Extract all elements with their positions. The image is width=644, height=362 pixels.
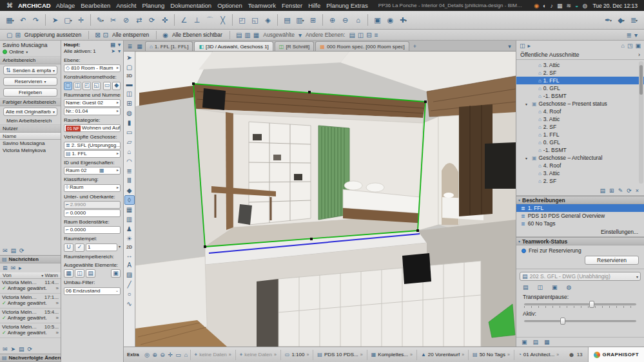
all-layers-visible-label[interactable]: Alle Ebenen sichtbar [171,32,224,38]
tool-roof[interactable]: ⌂ [124,147,135,157]
section-tracked-changes[interactable]: ▤ Nachverfolgte Änderungen [0,354,61,362]
description-row[interactable]: ≣ 60 No Tags [516,220,644,227]
send-receive-dropdown[interactable]: ⇅ Senden & empfang... ▾ [3,66,57,75]
online-status-label[interactable]: Online [9,49,24,55]
pick-reference-icon[interactable]: ◍ [567,284,572,291]
message-item[interactable]: Victoria Melnykova 11:4... ✓ Anfrage gew… [0,279,61,294]
other-layer-icon-2[interactable]: ◫ [358,32,364,39]
stamp-font-button[interactable]: U [64,243,73,252]
layer-icon-1[interactable]: ▤ [236,32,242,39]
toolbar-icon[interactable] [174,14,175,26]
message-list-icon[interactable]: ▤ [19,346,24,352]
zoom-out-icon[interactable]: ⊖ [339,14,351,26]
layer-icon-2[interactable]: ▥ [244,32,250,39]
tool-line[interactable]: ╱ [124,280,135,289]
rotate-icon[interactable]: ⟳ [146,14,158,26]
toolbar-options-icon[interactable]: ▾ [634,32,638,39]
toolbar-icon[interactable] [45,14,46,26]
expand-message-icon[interactable]: » [56,330,59,336]
menu-item[interactable]: Optionen [217,2,242,9]
chevron-down-icon[interactable]: ▾ [118,42,121,48]
trace-reference-dropdown[interactable]: ▤ 202 S. GFL - DWG (Unabhängig) ▾ [520,272,641,281]
tool-object[interactable]: ♟ [124,224,135,234]
menu-item[interactable]: Fenster [282,2,302,9]
visibility-eye-icon[interactable]: ◉ [162,32,168,39]
stamp-check-button[interactable]: ✓ [75,243,84,252]
redo-icon[interactable]: ↷ [30,14,42,26]
other-layer-icon-3[interactable]: ⊟ [366,32,371,39]
viewport-3d[interactable] [135,52,516,347]
align-bottom-icon[interactable]: ◱ [249,14,261,26]
tree-item[interactable]: ⌂ 0. GFL [516,138,644,146]
app-menu-name[interactable]: ARCHICAD [18,2,51,9]
tool-railing[interactable]: Ⅲ [124,176,135,186]
intersect-icon[interactable]: ╳ [217,14,229,26]
tab-list-icon[interactable]: ≣ [126,43,134,51]
quick-option[interactable]: ▤ 50 No Tags » [468,350,514,360]
tool-stair[interactable]: ≣ [124,166,135,176]
refresh-view-icon[interactable]: ⟳ [627,187,632,194]
my-workspace-row[interactable]: Mein Arbeitsbereich [0,117,61,124]
online-users-count[interactable]: ☻ 13 [563,351,587,358]
tool-marquee[interactable]: ▢ [124,62,135,72]
menu-item[interactable]: Ablage [56,2,75,9]
tool-curtain-wall[interactable]: ▥ [124,214,135,224]
menu-item[interactable]: Planung Extras [326,2,367,9]
toolbox-group-3d[interactable]: 3D [124,72,135,79]
expand-panel-icon[interactable]: ▸ [528,43,531,49]
apple-menu-icon[interactable]: ⌘ [6,2,13,9]
orbit-icon[interactable]: ◎ [143,352,151,358]
project-map-icon[interactable]: ⌂ [621,43,625,49]
section-descriptions[interactable]: ▾ Beschreibungen [516,196,644,204]
tool-window[interactable]: ⊞ [124,99,135,108]
room-name-field[interactable]: Name: Guest 02 ▸ [64,99,121,107]
tool-skylight[interactable]: ◍ [124,108,135,118]
chevron-right-icon[interactable]: › [638,52,640,58]
cut-icon[interactable]: ✂ [107,14,119,26]
expand-message-icon[interactable]: » [56,315,59,321]
unlock-all-label[interactable]: Alle entsperren [111,32,150,38]
tree-item[interactable]: ⌂ 4. Roof [516,162,644,169]
toolbar-icon[interactable] [367,14,368,26]
tree-item[interactable]: ⌂ 2. SF [516,177,644,185]
transparency-slider[interactable] [524,301,636,308]
layer-dropdown[interactable]: ◇ 810 Room - Raum ▸ [64,64,121,72]
wifi-icon[interactable]: ≋ [567,3,572,9]
display-icon[interactable]: ◐ [543,3,546,9]
reserve-element-button[interactable]: Reservieren [585,256,639,265]
tree-item[interactable]: ⌂ 1. FFL [516,131,644,138]
ungroup-icon[interactable]: ⊞ [15,32,20,39]
tree-item[interactable]: ⌂ -1. BSMT [516,146,644,154]
palette-icon[interactable]: ▤ [110,42,115,48]
tree-item[interactable]: ⌂ 4. Roof [516,108,644,115]
delete-view-icon[interactable]: × [636,187,639,194]
zoom-in-icon[interactable]: ⊕ [151,352,159,358]
toolbar-icon[interactable] [410,20,601,21]
tab-grid-icon[interactable]: ▦ [135,43,144,51]
filter-messages-icon[interactable]: ▸ [19,265,22,271]
menu-item[interactable]: Dokumentation [170,2,211,9]
spotlight-icon[interactable]: ◍ [583,3,588,9]
toolbar-icon[interactable] [277,14,278,26]
selected-label[interactable]: Ausgewählte [262,32,296,38]
message-item[interactable]: Victoria Melnykova 10:5... ✓ Anfrage gew… [0,323,61,338]
section-colored-workspace[interactable]: Farbiger Arbeitsbereich [0,98,61,106]
tree-item[interactable]: ⌂ 3. Attic [516,169,644,177]
release-button[interactable]: Freigeben [3,88,57,97]
workspace-color-dropdown[interactable]: Alle mit Originalfarbe ▾ [3,108,57,116]
angle-icon[interactable]: ∠ [178,14,190,26]
expand-message-icon[interactable]: » [56,300,59,306]
tool-mesh[interactable]: ▦ [124,205,135,214]
sound-icon[interactable]: ♪ [551,3,554,9]
bottom-elevation-field[interactable]: ⌐ 0.0000 [64,209,121,217]
quick-option[interactable]: ◔ 01 Architect... » [514,350,563,360]
section-workspace[interactable]: Arbeitsbereich [0,56,61,64]
marquee-tool-icon[interactable]: ▢▾ [62,14,74,26]
method-rotated-icon[interactable]: ◰ [83,82,91,90]
users-column-header[interactable]: Name [0,133,61,140]
quick-option[interactable]: ▤ PDS 10 PDS... » [313,350,366,360]
tree-item[interactable]: ▾ ▣ Geschosse – Architectural [516,154,644,162]
zoom-out-icon[interactable]: ⊖ [159,352,166,358]
new-message-icon[interactable]: ✉ [3,346,8,352]
grid-snap-icon[interactable]: ▦▾ [4,14,16,26]
